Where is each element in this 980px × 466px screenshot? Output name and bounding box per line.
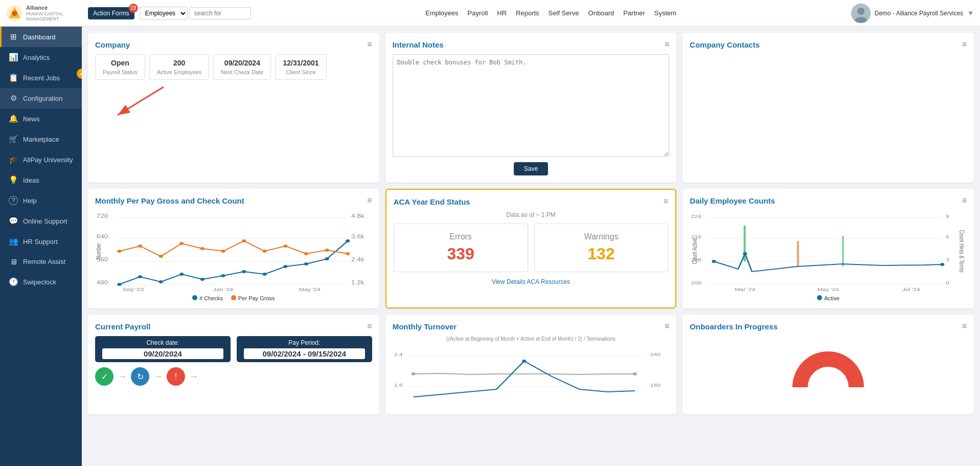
svg-point-47 (346, 252, 350, 255)
onboarders-card: Onboarders In Progress ≡ (682, 315, 974, 414)
search-dropdown[interactable]: Employees (140, 7, 188, 20)
company-card-menu-icon[interactable]: ≡ (367, 40, 372, 49)
svg-text:Jul '24: Jul '24 (902, 287, 920, 292)
onboarders-title: Onboarders In Progress (690, 322, 778, 331)
internal-notes-menu-icon[interactable]: ≡ (665, 40, 669, 49)
nav-system[interactable]: System (654, 9, 676, 17)
aca-warnings-box: Warnings 132 (534, 224, 669, 272)
action-forms-label: Action Forms (93, 10, 129, 17)
sidebar-item-hr-support[interactable]: 👥 HR Support (0, 231, 82, 252)
sidebar-item-recent-jobs[interactable]: 📋 Recent Jobs (0, 68, 82, 88)
svg-text:200: 200 (691, 280, 701, 285)
nav-hr[interactable]: HR (497, 9, 507, 17)
svg-point-68 (712, 260, 716, 263)
sidebar-item-news[interactable]: 🔔 News (0, 108, 82, 129)
sidebar-label-swipeclock: Swipeclock (23, 278, 56, 286)
sidebar-item-help[interactable]: ? Help (0, 190, 82, 211)
monthly-chart-svg: 720 640 560 480 4.8k 3.6k 2.4k 1.2k Numb… (95, 210, 372, 292)
sidebar-item-configuration[interactable]: ⚙ Configuration (0, 88, 82, 108)
daily-counts-legend: Active (690, 295, 967, 301)
current-payroll-menu-icon[interactable]: ≡ (367, 322, 372, 331)
sidebar-item-allpay-university[interactable]: 🎓 AllPay University (0, 149, 82, 170)
sidebar-label-help: Help (23, 197, 37, 205)
svg-text:720: 720 (97, 213, 108, 219)
aca-card-menu-icon[interactable]: ≡ (664, 197, 668, 206)
sidebar-item-dashboard[interactable]: ⊞ Dashboard (0, 27, 82, 47)
sidebar-label-configuration: Configuration (23, 95, 62, 102)
aca-view-details-link[interactable]: View Details ACA Resources (394, 278, 669, 285)
monthly-turnover-header: Monthly Turnover ≡ (393, 322, 670, 331)
svg-text:Jan '24: Jan '24 (213, 287, 233, 292)
svg-point-69 (743, 252, 747, 255)
internal-notes-save-button[interactable]: Save (514, 162, 548, 175)
company-contacts-menu-icon[interactable]: ≡ (962, 40, 967, 49)
nav-reports[interactable]: Reports (516, 9, 539, 17)
marketplace-icon: 🛒 (9, 135, 18, 144)
sidebar-label-analytics: Analytics (23, 54, 50, 61)
svg-text:480: 480 (97, 280, 108, 286)
sidebar-item-remote-assist[interactable]: 🖥 Remote Assist (0, 252, 82, 272)
onboarders-menu-icon[interactable]: ≡ (962, 322, 967, 331)
sidebar-item-swipeclock[interactable]: 🕐 Swipeclock (0, 272, 82, 292)
svg-point-70 (941, 263, 945, 266)
legend-checks: # Checks (199, 295, 223, 301)
sidebar-item-ideas[interactable]: 💡 Ideas (0, 170, 82, 190)
aca-card: ACA Year End Status ≡ Data as of ~ 1 PM … (385, 189, 677, 308)
sidebar-item-marketplace[interactable]: 🛒 Marketplace (0, 129, 82, 149)
nav-payroll[interactable]: Payroll (468, 9, 488, 17)
dashboard-row-2: Monthly Per Pay Gross and Check Count ≡ … (88, 189, 974, 308)
user-info[interactable]: Demo - Alliance Payroll Services (875, 10, 963, 17)
svg-point-25 (138, 275, 142, 278)
nav-partner[interactable]: Partner (623, 9, 645, 17)
monthly-turnover-chart-area: 2.4 1.6 240 160 (393, 346, 670, 407)
svg-text:240: 240 (650, 352, 660, 357)
sidebar-label-hr-support: HR Support (23, 238, 58, 246)
main-nav: Employees Payroll HR Reports Self Serve … (251, 9, 851, 17)
nav-self-serve[interactable]: Self Serve (549, 9, 579, 17)
monthly-chart-title: Monthly Per Pay Gross and Check Count (95, 196, 244, 205)
svg-text:2.4k: 2.4k (351, 257, 364, 263)
sidebar-label-ideas: Ideas (23, 176, 39, 184)
sidebar-item-online-support[interactable]: 💬 Online Support (0, 211, 82, 231)
sidebar-label-dashboard: Dashboard (23, 33, 56, 41)
arrow-right-icon-1: → (118, 371, 127, 382)
svg-point-40 (200, 247, 204, 250)
nav-onboard[interactable]: Onboard (588, 9, 614, 17)
svg-point-24 (117, 283, 121, 286)
dashboard-row-3: Current Payroll ≡ Check date: 09/20/2024… (88, 315, 974, 414)
aca-warnings-value: 132 (540, 245, 663, 263)
ideas-icon: 💡 (9, 175, 18, 185)
online-support-icon: 💬 (9, 216, 18, 226)
aca-warnings-label: Warnings (540, 232, 663, 241)
payroll-check-icon: ✓ (95, 367, 113, 386)
user-dropdown-icon[interactable]: ▼ (967, 9, 974, 17)
svg-text:6: 6 (946, 234, 949, 239)
action-forms-button[interactable]: Action Forms 19 (88, 7, 134, 19)
nav-employees[interactable]: Employees (425, 9, 458, 17)
logo-area: Alliance HUMAN CAPITAL MANAGEMENT (6, 4, 88, 23)
svg-point-31 (263, 273, 267, 276)
svg-text:9: 9 (946, 214, 949, 219)
sidebar-label-online-support: Online Support (23, 217, 67, 225)
sidebar: ◀ ⊞ Dashboard 📊 Analytics 📋 Recent Jobs … (0, 27, 82, 466)
internal-notes-textarea[interactable] (393, 54, 670, 157)
svg-point-41 (221, 250, 225, 253)
legend-per-pay-gross: Per Pay Gross (238, 295, 275, 301)
aca-card-header: ACA Year End Status ≡ (394, 197, 669, 206)
svg-point-77 (411, 372, 415, 375)
monthly-chart-card: Monthly Per Pay Gross and Check Count ≡ … (88, 189, 379, 308)
news-icon: 🔔 (9, 114, 18, 123)
onboarders-chart-svg (787, 341, 869, 392)
allpay-university-icon: 🎓 (9, 155, 18, 164)
stat-next-check-date-value: 09/20/2024 (221, 59, 263, 67)
sidebar-item-analytics[interactable]: 📊 Analytics (0, 47, 82, 68)
svg-point-34 (325, 257, 329, 260)
search-input[interactable] (190, 7, 251, 19)
monthly-chart-menu-icon[interactable]: ≡ (367, 196, 372, 205)
analytics-icon: 📊 (9, 53, 18, 62)
arrow-right-icon-3: → (189, 371, 198, 382)
sidebar-label-remote-assist: Remote Assist (23, 258, 65, 265)
monthly-turnover-menu-icon[interactable]: ≡ (665, 322, 669, 331)
svg-point-79 (522, 360, 526, 363)
daily-counts-menu-icon[interactable]: ≡ (962, 196, 967, 205)
